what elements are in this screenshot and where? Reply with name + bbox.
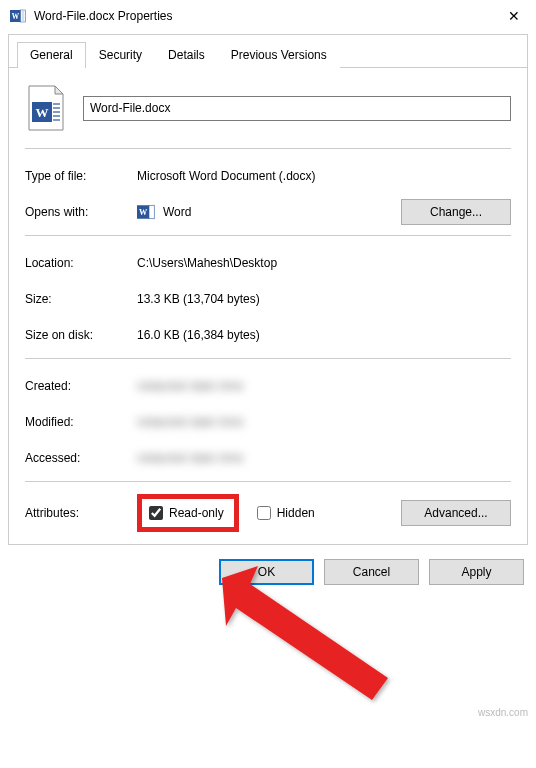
modified-label: Modified: (25, 415, 137, 429)
accessed-label: Accessed: (25, 451, 137, 465)
change-button[interactable]: Change... (401, 199, 511, 225)
created-value: redacted date time (137, 379, 511, 393)
apply-button[interactable]: Apply (429, 559, 524, 585)
row-type: Type of file: Microsoft Word Document (.… (25, 161, 511, 191)
svg-rect-17 (149, 205, 154, 219)
svg-text:W: W (139, 208, 148, 217)
cancel-button[interactable]: Cancel (324, 559, 419, 585)
readonly-checkbox[interactable] (149, 506, 163, 520)
row-location: Location: C:\Users\Mahesh\Desktop (25, 248, 511, 278)
opens-with-label: Opens with: (25, 205, 137, 219)
size-value: 13.3 KB (13,704 bytes) (137, 292, 511, 306)
divider (25, 148, 511, 149)
row-modified: Modified: redacted date time (25, 407, 511, 437)
file-word-icon: W (25, 84, 67, 132)
created-label: Created: (25, 379, 137, 393)
tab-bar: General Security Details Previous Versio… (9, 35, 527, 68)
svg-text:W: W (36, 105, 49, 120)
type-value: Microsoft Word Document (.docx) (137, 169, 511, 183)
dialog-body: General Security Details Previous Versio… (8, 34, 528, 545)
row-accessed: Accessed: redacted date time (25, 443, 511, 473)
location-label: Location: (25, 256, 137, 270)
row-attributes: Attributes: Read-only Hidden Advanced... (25, 494, 511, 532)
location-value: C:\Users\Mahesh\Desktop (137, 256, 511, 270)
tab-general[interactable]: General (17, 42, 86, 68)
readonly-highlight: Read-only (137, 494, 239, 532)
tab-security[interactable]: Security (86, 42, 155, 68)
opens-with-value: Word (163, 205, 191, 219)
sizeondisk-value: 16.0 KB (16,384 bytes) (137, 328, 511, 342)
tab-details[interactable]: Details (155, 42, 218, 68)
hidden-label: Hidden (277, 506, 315, 520)
attributes-label: Attributes: (25, 506, 137, 520)
word-icon: W (10, 8, 26, 24)
row-size-on-disk: Size on disk: 16.0 KB (16,384 bytes) (25, 320, 511, 350)
sizeondisk-label: Size on disk: (25, 328, 137, 342)
watermark: wsxdn.com (478, 707, 528, 718)
dialog-footer: OK Cancel Apply (0, 545, 536, 597)
tab-previous-versions[interactable]: Previous Versions (218, 42, 340, 68)
hidden-checkbox[interactable] (257, 506, 271, 520)
general-tab-content: W Type of file: Microsoft Word Document … (9, 68, 527, 544)
word-app-icon: W (137, 203, 155, 221)
divider (25, 358, 511, 359)
file-header-row: W (25, 84, 511, 132)
accessed-value: redacted date time (137, 451, 511, 465)
type-label: Type of file: (25, 169, 137, 183)
window-title: Word-File.docx Properties (34, 9, 494, 23)
close-button[interactable]: ✕ (502, 9, 526, 23)
divider (25, 235, 511, 236)
row-created: Created: redacted date time (25, 371, 511, 401)
size-label: Size: (25, 292, 137, 306)
titlebar: W Word-File.docx Properties ✕ (0, 0, 536, 30)
filename-input[interactable] (83, 96, 511, 121)
divider (25, 481, 511, 482)
modified-value: redacted date time (137, 415, 511, 429)
readonly-label: Read-only (169, 506, 224, 520)
hidden-group: Hidden (257, 506, 315, 520)
ok-button[interactable]: OK (219, 559, 314, 585)
row-size: Size: 13.3 KB (13,704 bytes) (25, 284, 511, 314)
svg-text:W: W (12, 12, 20, 21)
row-opens-with: Opens with: W Word Change... (25, 197, 511, 227)
advanced-button[interactable]: Advanced... (401, 500, 511, 526)
